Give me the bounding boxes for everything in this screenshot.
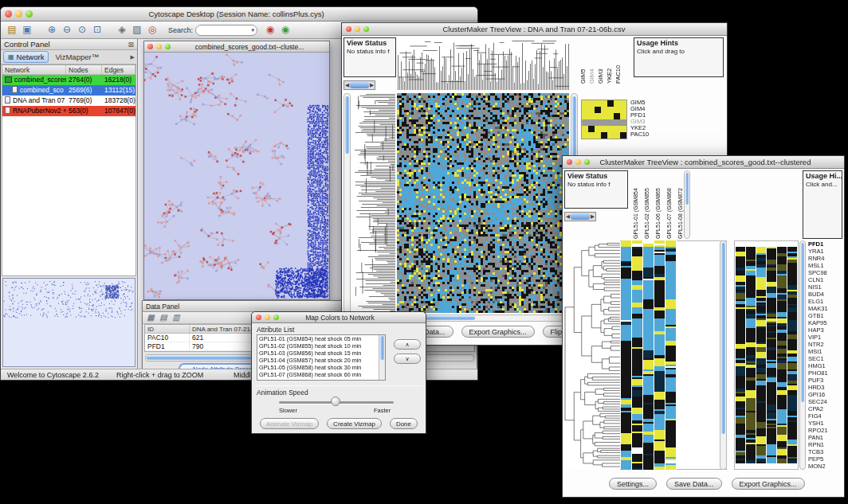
attribute-list-item[interactable]: GPL51-03 (GSM856) heat shock 15 min <box>259 350 385 357</box>
column-header[interactable]: ID <box>145 325 190 333</box>
gene-label[interactable]: NIS1 <box>808 283 844 291</box>
gene-label[interactable]: RNR4 <box>808 255 844 262</box>
zoom-window-button[interactable] <box>273 315 279 320</box>
attribute-list-item[interactable]: GPL51-02 (GSM855) heat shock 10 min <box>259 342 385 350</box>
delete-attribute-icon[interactable]: ▥ <box>171 313 181 322</box>
gene-label[interactable]: CLN1 <box>808 276 844 283</box>
gene-label[interactable]: CPA2 <box>808 405 844 412</box>
global-mini-heatmap[interactable] <box>736 247 798 463</box>
gene-label[interactable]: SEC24 <box>808 398 844 405</box>
gene-label[interactable]: BUD4 <box>808 291 844 298</box>
dialog-titlebar[interactable]: Map Colors to Network <box>252 312 426 323</box>
gene-label[interactable]: PFD1 <box>808 240 844 248</box>
slider-thumb[interactable] <box>331 397 340 406</box>
scrollbar-thumb[interactable] <box>572 96 576 160</box>
gene-label[interactable]: GPI16 <box>808 391 844 398</box>
gene-label[interactable]: TCB3 <box>808 448 844 455</box>
gene-label[interactable]: PEP5 <box>808 455 844 463</box>
move-up-button[interactable]: ∧ <box>394 339 421 350</box>
attribute-list-item[interactable]: GPL51-07 (GSM868) heat shock 60 min <box>259 371 385 378</box>
save-data-button[interactable]: Save Data... <box>666 478 722 490</box>
column-label[interactable]: GIM3 <box>597 39 604 84</box>
expression-heatmap[interactable] <box>621 240 677 470</box>
nav-right-icon[interactable]: ▶ <box>591 213 595 220</box>
save-session-icon[interactable]: ▣ <box>21 24 33 37</box>
gene-label[interactable]: KAP95 <box>808 319 844 326</box>
zoom-in-icon[interactable]: ⊕ <box>45 24 58 37</box>
plugin-green-icon[interactable]: ◉ <box>279 24 292 37</box>
create-vizmap-button[interactable]: Create Vizmap <box>327 418 382 429</box>
treeview-titlebar[interactable]: ClusterMaker TreeView : DNA and Tran 07-… <box>342 23 727 36</box>
network-view-titlebar[interactable]: combined_scores_good.txt--cluste... <box>144 41 329 53</box>
zoom-window-button[interactable] <box>584 159 590 165</box>
close-button[interactable] <box>256 315 261 320</box>
column-header[interactable]: Edges <box>102 65 135 74</box>
network-graph-canvas[interactable] <box>144 53 329 299</box>
row-dendrogram[interactable] <box>352 93 395 313</box>
gene-label[interactable]: PUF3 <box>808 377 844 384</box>
select-attributes-icon[interactable]: ▦ <box>146 313 155 322</box>
column-label[interactable]: GPL51-02 (GSM855 <box>642 170 652 239</box>
column-header[interactable]: Nodes <box>66 65 102 74</box>
tab-overflow-icon[interactable]: ▶ <box>131 54 135 61</box>
move-down-button[interactable]: ∨ <box>394 354 421 364</box>
column-label[interactable]: YKE2 <box>606 39 613 84</box>
minimize-button[interactable] <box>156 44 162 49</box>
gene-label[interactable]: YRA1 <box>808 248 844 255</box>
close-button[interactable] <box>147 44 153 49</box>
nav-slider[interactable] <box>350 82 369 88</box>
gene-label[interactable]: GTB1 <box>808 312 844 319</box>
column-dendrogram[interactable] <box>397 37 569 90</box>
gene-label[interactable]: SEC1 <box>808 355 844 362</box>
vertical-scrollbar[interactable] <box>684 170 690 239</box>
network-row[interactable]: combined_scores2764(0)16218(0) <box>2 75 135 85</box>
vertical-scrollbar[interactable] <box>720 240 727 470</box>
nav-right-icon[interactable]: ▶ <box>370 82 374 88</box>
gene-label[interactable]: ELG1 <box>808 298 844 305</box>
gene-label[interactable]: NTR2 <box>808 341 844 348</box>
network-row[interactable]: combined_sco2569(6)13112(15) <box>2 85 135 96</box>
minimize-button[interactable] <box>355 26 360 32</box>
scrollbar-thumb[interactable] <box>801 243 804 402</box>
treeview-titlebar[interactable]: ClusterMaker TreeView : combined_scores_… <box>563 156 844 169</box>
gene-label[interactable]: PAN1 <box>808 434 844 441</box>
network-overview-thumbnail[interactable] <box>3 279 134 365</box>
create-attribute-icon[interactable]: ▤ <box>159 313 168 322</box>
close-button[interactable] <box>346 26 351 32</box>
attribute-list-item[interactable]: GPL51-01 (GSM854) heat shock 05 min <box>259 335 385 342</box>
scrollbar-thumb[interactable] <box>721 243 725 434</box>
list-scrollbar[interactable] <box>379 335 385 380</box>
annotation-icon[interactable]: ▨ <box>131 24 143 37</box>
close-button[interactable] <box>567 159 572 165</box>
tab-vizmapper[interactable]: VizMapper™ <box>51 52 103 62</box>
vertical-scrollbar[interactable] <box>799 240 806 470</box>
column-label[interactable]: PAC10 <box>614 39 622 84</box>
gene-label[interactable]: HMG1 <box>808 362 844 369</box>
cytoscape-titlebar[interactable]: Cytoscape Desktop (Session Name: collins… <box>1 7 477 21</box>
open-session-icon[interactable]: ▤ <box>6 24 18 37</box>
minimize-button[interactable] <box>265 315 270 320</box>
gene-label[interactable]: PAC10 <box>630 131 649 138</box>
expression-heatmap[interactable] <box>397 93 569 313</box>
gene-label[interactable]: FIG4 <box>808 412 844 420</box>
column-label[interactable]: GPL51-07 (GSM868 <box>665 170 674 239</box>
gene-label[interactable]: MON2 <box>808 463 844 470</box>
column-header[interactable]: Network <box>2 65 66 74</box>
scrollbar-thumb[interactable] <box>380 336 384 360</box>
nav-left-icon[interactable]: ◀ <box>345 82 349 88</box>
gene-label[interactable]: MAK31 <box>808 305 844 312</box>
vizmapper-icon[interactable]: ◎ <box>146 24 159 37</box>
network-row[interactable]: DNA and Tran 077769(0)183728(0) <box>2 96 135 106</box>
vertical-scrollbar[interactable] <box>344 93 351 313</box>
gene-label[interactable]: YSH1 <box>808 420 844 427</box>
network-row[interactable]: RNAPuberNov2 +563(0)107847(0) <box>2 106 135 116</box>
settings-button[interactable]: Settings... <box>609 478 657 490</box>
gene-label[interactable]: VIP1 <box>808 334 844 341</box>
gene-label[interactable]: PHO81 <box>808 369 844 377</box>
nav-slider[interactable] <box>571 213 590 220</box>
column-label[interactable]: GIM4 <box>588 39 595 84</box>
close-panel-icon[interactable]: ⊠ <box>128 41 134 49</box>
gene-label[interactable]: MSL1 <box>808 262 844 269</box>
nav-left-icon[interactable]: ◀ <box>566 213 570 220</box>
minimize-button[interactable] <box>575 159 581 165</box>
